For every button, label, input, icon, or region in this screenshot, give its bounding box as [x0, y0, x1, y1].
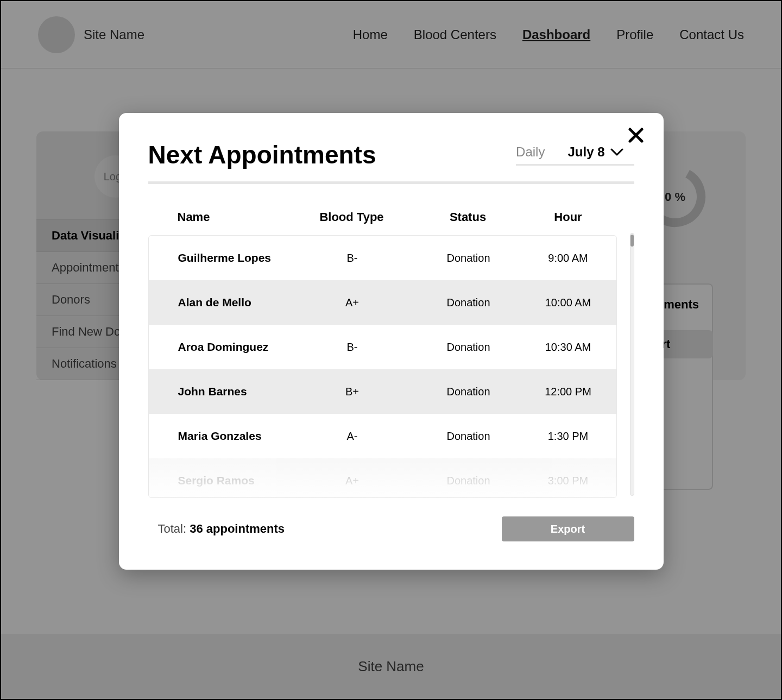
appointments-modal: Next Appointments Daily July 8 Name Bloo…: [119, 113, 664, 570]
modal-overlay[interactable]: Next Appointments Daily July 8 Name Bloo…: [1, 1, 781, 699]
modal-header: Next Appointments Daily July 8: [148, 140, 634, 169]
table-area: Name Blood Type Status Hour Guilherme Lo…: [148, 199, 617, 498]
cell-name: Sergio Ramos: [178, 474, 294, 487]
col-header-blood-type: Blood Type: [294, 210, 410, 224]
cell-status: Donation: [411, 297, 527, 309]
scrollbar-thumb[interactable]: [630, 235, 634, 247]
modal-controls: Daily July 8: [516, 144, 634, 166]
col-header-hour: Hour: [526, 210, 610, 224]
cell-name: Guilherme Lopes: [178, 251, 294, 264]
cell-name: Maria Gonzales: [178, 430, 294, 443]
modal-footer: Total: 36 appointments Export: [148, 516, 634, 541]
cell-status: Donation: [411, 341, 527, 354]
cell-hour: 3:00 PM: [527, 475, 610, 487]
table-row[interactable]: Alan de Mello A+ Donation 10:00 AM: [149, 280, 616, 325]
divider: [148, 181, 634, 184]
cell-blood: A+: [294, 475, 411, 487]
close-button[interactable]: [628, 127, 644, 146]
date-selector[interactable]: July 8: [567, 144, 623, 160]
cell-blood: B-: [294, 341, 411, 354]
table-row[interactable]: Aroa Dominguez B- Donation 10:30 AM: [149, 325, 616, 369]
scrollbar[interactable]: [630, 233, 634, 496]
cell-blood: A+: [294, 297, 411, 309]
close-icon: [628, 127, 644, 143]
chevron-down-icon: [610, 148, 623, 156]
table-header: Name Blood Type Status Hour: [148, 199, 617, 235]
cell-hour: 9:00 AM: [527, 252, 610, 264]
table-body[interactable]: Guilherme Lopes B- Donation 9:00 AM Alan…: [148, 235, 617, 498]
cell-blood: A-: [294, 430, 411, 443]
frequency-selector[interactable]: Daily: [516, 144, 545, 160]
cell-hour: 1:30 PM: [527, 430, 610, 443]
cell-blood: B+: [294, 386, 411, 398]
cell-status: Donation: [411, 430, 527, 443]
cell-name: Alan de Mello: [178, 296, 294, 309]
table-wrap: Name Blood Type Status Hour Guilherme Lo…: [148, 199, 634, 498]
table-row[interactable]: John Barnes B+ Donation 12:00 PM: [149, 369, 616, 414]
cell-hour: 10:00 AM: [527, 297, 610, 309]
cell-name: Aroa Dominguez: [178, 340, 294, 354]
cell-name: John Barnes: [178, 385, 294, 398]
col-header-name: Name: [178, 210, 294, 224]
modal-title: Next Appointments: [148, 140, 376, 169]
cell-status: Donation: [411, 475, 527, 487]
cell-hour: 12:00 PM: [527, 386, 610, 398]
table-row[interactable]: Sergio Ramos A+ Donation 3:00 PM: [149, 458, 616, 498]
col-header-status: Status: [410, 210, 526, 224]
export-button[interactable]: Export: [502, 516, 634, 541]
date-label: July 8: [567, 144, 604, 160]
total-count: Total: 36 appointments: [148, 522, 285, 536]
table-row[interactable]: Guilherme Lopes B- Donation 9:00 AM: [149, 236, 616, 280]
cell-status: Donation: [411, 386, 527, 398]
cell-hour: 10:30 AM: [527, 341, 610, 354]
cell-blood: B-: [294, 252, 411, 264]
table-row[interactable]: Maria Gonzales A- Donation 1:30 PM: [149, 414, 616, 458]
cell-status: Donation: [411, 252, 527, 264]
